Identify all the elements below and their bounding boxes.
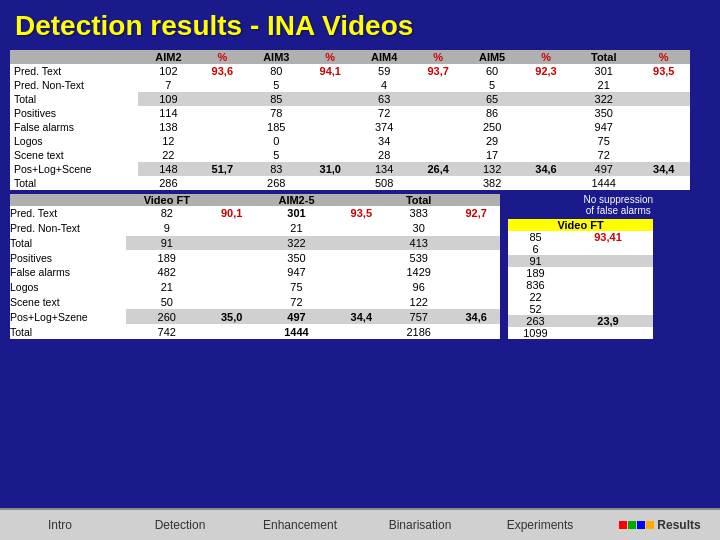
table-row: Total 109 85 63 65 322 [10,92,690,106]
table-row: 263 23,9 [508,315,653,327]
bottom-left-table: Video FT AIM2-5 Total Pred. Text 82 90,1… [10,194,500,339]
table-row: 189 [508,267,653,279]
nav-detection[interactable]: Detection [120,512,240,538]
table-row: 52 [508,303,653,315]
green-square-icon [628,521,636,529]
nav-results[interactable]: Results [600,512,720,538]
table-row: Positives 189 350 539 [10,250,500,265]
table-row: Logos 21 75 96 [10,280,500,295]
table-row: False alarms 138 185 374 250 947 [10,120,690,134]
table-row: Positives 114 78 72 86 350 [10,106,690,120]
col-aim2: AIM2 [138,50,198,64]
table-row: Pred. Non-Text 9 21 30 [10,221,500,236]
table-row: Total 91 322 413 [10,236,500,251]
table-row: Total 742 1444 2186 [10,324,500,339]
orange-square-icon [646,521,654,529]
table-row: 22 [508,291,653,303]
table-row: Logos 12 0 34 29 75 [10,134,690,148]
table-row: Pos+Log+Scene 148 51,7 83 31,0 134 26,4 … [10,162,690,176]
table-row: 6 [508,243,653,255]
table-row: False alarms 482 947 1429 [10,265,500,280]
table-row: Total 286 268 508 382 1444 [10,176,690,190]
video-ft-table: Video FT 85 93,41 6 91 [508,219,653,339]
main-content: AIM2 % AIM3 % AIM4 % AIM5 % Total % Pred… [0,50,720,339]
table-row: Pos+Log+Szene 260 35,0 497 34,4 757 34,6 [10,309,500,324]
no-suppression-label: No suppression of false alarms [584,194,653,216]
table-row: Pred. Text 82 90,1 301 93,5 383 92,7 [10,206,500,221]
table-row: Scene text 50 72 122 [10,295,500,310]
table-row: 836 [508,279,653,291]
nav-results-label: Results [657,518,700,532]
nav-intro[interactable]: Intro [0,512,120,538]
table-row: Pred. Text 102 93,6 80 94,1 59 93,7 60 9… [10,64,690,78]
footer-nav: Intro Detection Enhancement Binarisation… [0,508,720,540]
blue-square-icon [637,521,645,529]
table-row: 85 93,41 [508,231,653,243]
top-table: AIM2 % AIM3 % AIM4 % AIM5 % Total % Pred… [10,50,690,190]
nav-enhancement[interactable]: Enhancement [240,512,360,538]
table-row: 1099 [508,327,653,339]
nav-experiments[interactable]: Experiments [480,512,600,538]
no-suppression-area: No suppression of false alarms Video FT … [508,194,653,339]
table-row: Scene text 22 5 28 17 72 [10,148,690,162]
page-title: Detection results - INA Videos [0,0,720,50]
nav-binarisation[interactable]: Binarisation [360,512,480,538]
table-row: Pred. Non-Text 7 5 4 5 21 [10,78,690,92]
bottom-section: Video FT AIM2-5 Total Pred. Text 82 90,1… [10,194,710,339]
red-square-icon [619,521,627,529]
colored-squares-icon [619,521,654,529]
table-row: 91 [508,255,653,267]
